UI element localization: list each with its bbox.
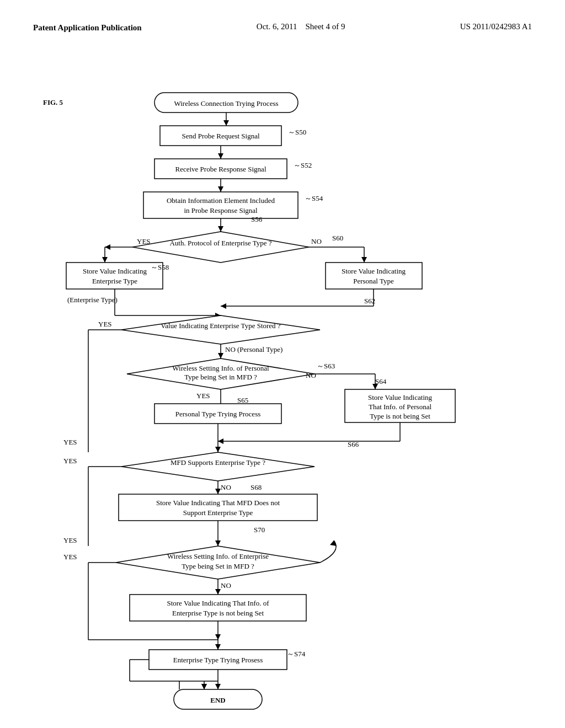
s66-yes-left: YES xyxy=(63,457,77,465)
s66-yes-label: YES xyxy=(63,438,77,446)
s74-ref: ～S74 xyxy=(287,650,306,658)
svg-marker-12 xyxy=(218,226,223,232)
s72-node-line1: Store Value Indicating That Info. of xyxy=(167,599,269,607)
s72-node-line2: Enterprise Type is not being Set xyxy=(172,609,264,617)
svg-marker-9 xyxy=(218,186,223,192)
s50-node: Send Probe Request Signal xyxy=(182,132,260,140)
s52-ref: ～S52 xyxy=(294,161,312,169)
s68-node-line2: Support Enterprise Type xyxy=(183,508,253,517)
s58-node-line1: Store Value Indicating xyxy=(83,267,147,275)
s60-node-line1: Store Value Indicating xyxy=(342,267,406,275)
svg-marker-50 xyxy=(215,489,221,494)
svg-marker-31 xyxy=(218,353,223,358)
s63-no: NO xyxy=(306,371,316,379)
s74-node: Enterprise Type Trying Prosess xyxy=(173,656,263,664)
s64-node-line3: Type is not being Set xyxy=(370,412,430,420)
s56-yes: YES xyxy=(137,237,151,245)
header-publication: Patent Application Publication xyxy=(33,22,142,34)
s70-node-line2: Type being Set in MFD ? xyxy=(182,562,254,570)
svg-marker-80 xyxy=(201,684,207,689)
sheet-label: Sheet 4 of 9 xyxy=(305,22,345,31)
s70-node-line1: Wireless Setting Info. of Enterprise xyxy=(167,552,269,560)
s62-yes: YES xyxy=(98,320,112,328)
s60-ref-label: S60 xyxy=(332,234,343,242)
s63-yes: YES xyxy=(196,392,210,400)
svg-marker-47 xyxy=(121,452,315,481)
s52-node: Receive Probe Response Signal xyxy=(175,165,266,173)
s54-ref: ～S54 xyxy=(305,194,323,202)
svg-marker-76 xyxy=(215,684,221,689)
s62-no-personal: NO (Personal Type) xyxy=(225,345,282,354)
svg-marker-29 xyxy=(121,315,320,344)
s63-node-line2: Type being Set in MFD ? xyxy=(184,373,257,381)
svg-marker-66 xyxy=(215,634,221,640)
svg-marker-61 xyxy=(215,589,221,595)
s54-node-line2: in Probe Response Signal xyxy=(184,206,258,215)
s65-node: Personal Type Trying Process xyxy=(175,410,261,418)
s68-node-line1: Store Value Indicating That MFD Does not xyxy=(156,499,280,507)
publication-label: Patent Application Publication xyxy=(33,23,142,32)
svg-marker-15 xyxy=(105,244,110,250)
s56-node: Auth. Protocol of Enterprise Type ? xyxy=(169,239,271,247)
header: Patent Application Publication Oct. 6, 2… xyxy=(33,22,532,34)
svg-marker-46 xyxy=(215,447,221,452)
s64-node-line2: That Info. of Personal xyxy=(369,403,431,411)
s63-node-line1: Wireless Setting Info. of Personal xyxy=(172,364,269,372)
s70-yes-left: YES xyxy=(63,553,77,561)
svg-marker-17 xyxy=(102,257,108,263)
s70-no: NO xyxy=(221,581,231,590)
s58-node-line2: Enterprise Type xyxy=(92,277,137,285)
s70-ref-label: S70 xyxy=(254,526,265,534)
s70-yes-label: YES xyxy=(63,536,77,544)
s60-node-line2: Personal Type xyxy=(353,277,394,285)
s63-ref: ～S63 xyxy=(317,362,335,370)
svg-marker-36 xyxy=(372,384,378,389)
fig-label: FIG. 5 xyxy=(43,98,63,106)
svg-marker-6 xyxy=(218,153,223,159)
end-node: END xyxy=(210,696,225,704)
svg-marker-26 xyxy=(221,303,226,309)
flowchart-svg: FIG. 5 Wireless Connection Trying Proces… xyxy=(33,77,530,711)
start-node: Wireless Connection Trying Process xyxy=(174,99,278,108)
s65-ref: S65 xyxy=(237,396,248,404)
s58-ref: ～S58 xyxy=(151,263,169,271)
svg-marker-43 xyxy=(218,438,223,444)
s68-ref: S68 xyxy=(250,483,262,491)
svg-marker-2 xyxy=(223,120,229,126)
s56-ref-label: S56 xyxy=(251,215,263,223)
svg-marker-55 xyxy=(215,540,221,546)
s54-node-line1: Obtain Information Element Included xyxy=(167,196,275,205)
s66-ref-label: S66 xyxy=(348,440,359,448)
header-patent-number: US 2011/0242983 A1 xyxy=(460,22,532,31)
svg-marker-13 xyxy=(132,232,309,263)
page: Patent Application Publication Oct. 6, 2… xyxy=(0,0,565,728)
s62-ref-label: S62 xyxy=(364,297,375,305)
header-date-sheet: Oct. 6, 2011 Sheet 4 of 9 xyxy=(257,22,345,31)
svg-marker-21 xyxy=(361,257,367,263)
s66-no: NO xyxy=(221,483,231,491)
s50-ref: ～S50 xyxy=(288,128,306,136)
s56-no: NO xyxy=(311,237,322,245)
enterprise-type-label: (Enterprise Type) xyxy=(67,296,118,304)
s64-node-line1: Store Value Indicating xyxy=(368,393,433,402)
s66-node: MFD Supports Enterprise Type ? xyxy=(170,458,265,467)
svg-marker-68 xyxy=(215,644,221,650)
patent-number-label: US 2011/0242983 A1 xyxy=(460,22,532,31)
s62-node: Value Indicating Enterprise Type Stored … xyxy=(161,322,280,330)
date-label: Oct. 6, 2011 xyxy=(257,22,297,31)
